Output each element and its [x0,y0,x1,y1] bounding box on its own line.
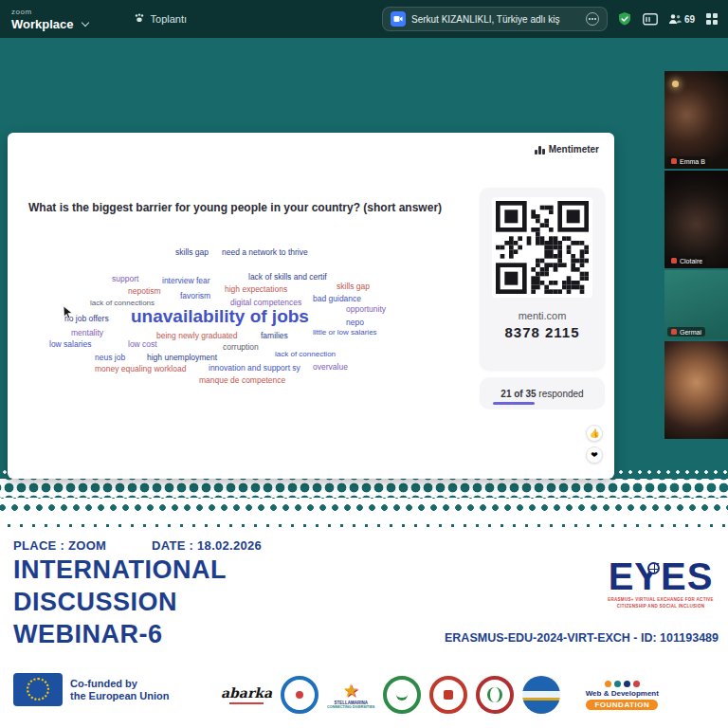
place-label: PLACE : ZOOM [13,538,106,553]
wordcloud-word: low salaries [49,340,91,349]
wordcloud-word: nepotism [128,287,161,296]
wordcloud-word: lack of connection [275,351,336,358]
participants-count-value: 69 [684,14,695,25]
people-icon [668,13,682,25]
mentimeter-brand-label: Mentimeter [549,144,599,155]
wordcloud-word: little or low salaries [313,329,377,337]
halftone-pattern [0,515,728,531]
menti-join-code: 8378 2115 [504,324,579,340]
wordcloud-word: low cost [128,340,157,349]
qr-code [492,197,592,298]
captions-icon[interactable] [643,13,658,26]
globe-icon [647,562,660,574]
eu-cofunded-logo: Co-funded by the European Union [13,673,170,706]
project-id: ERASMUS-EDU-2024-VIRT-EXCH - ID: 1011934… [445,631,719,645]
more-options-icon[interactable] [586,12,599,26]
wordcloud-word: nepo [346,318,364,327]
participant-video-tile: Emma B [664,71,728,169]
gallery-view-icon[interactable] [705,12,719,26]
reaction-buttons: 👍 ❤ [586,425,603,464]
participant-name-label: Emma B [667,156,709,166]
star-icon: ★ [343,682,359,700]
eyes-logo-text: EYES [603,557,719,595]
responded-card: 21 of 35 responded [480,377,605,410]
webinar-banner: PLACE : ZOOM DATE : 18.02.2026 INTERNATI… [0,531,728,728]
wordcloud-word: neus job [95,354,125,362]
wordcloud-word: opportunity [346,305,386,314]
zoom-topbar: zoom Workplace Toplantı Serkut KIZANLIKL… [0,0,728,38]
wordcloud-word: skills gap [337,282,370,291]
wordcloud-word: corruption [223,343,259,352]
participant-notification[interactable]: Serkut KIZANLIKLI, Türkiye adlı kiş [382,7,608,31]
participant-name-label: Clotaire [667,256,706,265]
wordcloud: skills gapneed a network to thrivesuppor… [36,239,453,414]
stellamarina-logo: ★ STELLAMARINA CONNECTING DIVERSITIES [327,682,374,709]
response-progress-bar [493,402,535,405]
mentimeter-brand: Mentimeter [535,144,599,155]
wordcloud-word: mentality [71,329,103,337]
paw-icon [134,12,145,26]
thumbs-up-reaction-button[interactable]: 👍 [586,425,603,442]
eu-flag-icon [13,673,63,706]
participants-count[interactable]: 69 [668,13,695,25]
meeting-tab-label: Toplantı [151,13,188,25]
wordcloud-word: skills gap [175,248,209,257]
participant-video-tile: Germai [664,270,728,339]
participant-video-tile [664,341,728,439]
partner-logo-red-circle [429,676,467,714]
wordcloud-word: overvalue [313,363,348,372]
workplace-label: Workplace [11,18,74,30]
halftone-pattern [0,498,728,515]
wordcloud-word: support [112,275,138,283]
poll-question: What is the biggest barrier for young pe… [28,201,446,214]
people-icons [605,681,640,687]
participant-video-tile: Clotaire [664,171,728,268]
mouse-cursor [63,305,73,323]
zoom-logo-text: zoom [11,9,74,16]
webinar-title-line1: INTERNATIONAL [13,555,227,585]
heart-reaction-button[interactable]: ❤ [586,446,603,464]
mentimeter-logo-icon [535,146,545,155]
recording-icon [671,329,677,335]
chevron-down-icon [81,18,88,26]
responded-count: 21 of 35 [500,389,536,399]
participant-name-label: Germai [667,327,705,337]
partner-logo-globe-circle [522,676,560,714]
wordcloud-word: money equaling workload [95,365,186,373]
zoom-meeting-window: zoom Workplace Toplantı Serkut KIZANLIKL… [0,0,728,728]
partner-logo-blue-circle [281,676,318,714]
responded-label: responded [537,389,584,399]
tab-meeting[interactable]: Toplantı [134,12,188,26]
recording-icon [671,158,677,164]
menti-join-card: menti.com 8378 2115 [480,188,605,370]
recording-icon [671,258,677,264]
abarka-logo: abarka [221,685,272,704]
wordcloud-word: bad guidance [313,295,361,303]
eu-cofunded-line2: the European Union [70,690,170,702]
date-label: DATE : 18.02.2026 [152,538,262,553]
partner-logo-wreath-circle [476,676,514,714]
wordcloud-word: manque de competence [199,376,285,385]
eyes-logo: EYES ERASMUS+ VIRTUAL EXCHANGE FOR ACTIV… [603,557,719,610]
mentimeter-slide: Mentimeter What is the biggest barrier f… [8,133,614,479]
eyes-tagline: ERASMUS+ VIRTUAL EXCHANGE FOR ACTIVE CIT… [603,597,719,610]
web-development-foundation-logo: Web & Development FOUNDATION [569,681,675,710]
zoom-workplace-menu[interactable]: zoom Workplace [11,9,88,30]
wordcloud-word: innovation and support sy [209,364,300,373]
wordcloud-word: high unemployment [147,354,217,362]
webinar-title-line3: WEBINAR-6 [13,620,163,649]
wordcloud-word: favorism [180,292,210,300]
wordcloud-word: families [261,332,288,340]
partner-logo-green-circle [383,676,421,714]
partner-logos-row: abarka ★ STELLAMARINA CONNECTING DIVERSI… [221,667,722,722]
wordcloud-word: interview fear [162,277,210,285]
shield-check-icon[interactable] [617,11,632,27]
wordcloud-word: lack of skills and certif [248,273,327,282]
halftone-pattern [0,479,728,498]
wordcloud-word: being newly graduated [156,332,238,340]
webinar-title-line2: DISCUSSION [13,588,177,617]
menti-site-url: menti.com [519,310,567,321]
wordcloud-word: unavailability of jobs [131,307,309,325]
eu-cofunded-line1: Co-funded by [70,678,170,690]
wordcloud-word: high expectations [225,285,287,294]
